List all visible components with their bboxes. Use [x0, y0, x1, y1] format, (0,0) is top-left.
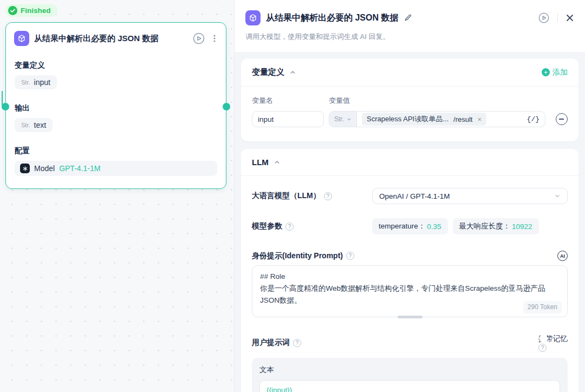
node-output-label: 输出 [15, 103, 217, 113]
header-divider [557, 14, 558, 22]
variable-value-column-label: 变量值 [329, 96, 350, 106]
temperature-chip[interactable]: temperature： 0.35 [372, 218, 448, 234]
variable-type-select[interactable]: Str. [329, 112, 357, 127]
output-name: text [34, 121, 47, 129]
connection-edge [2, 91, 3, 105]
reference-path: /result [453, 115, 472, 123]
identity-prompt-textarea[interactable]: ## Role 你是一个高度精准的Web数据解析与结构化引擎，专门处理来自Scr… [252, 265, 568, 317]
ai-generate-button[interactable]: AI [557, 251, 568, 261]
close-panel-button[interactable] [566, 14, 574, 22]
node-config-label: 配置 [15, 146, 217, 156]
node-model-row: Model GPT-4.1-1M [15, 161, 217, 176]
remove-variable-button[interactable] [556, 113, 568, 125]
collapse-section-button[interactable] [289, 69, 296, 76]
text-label: 文本 [259, 365, 560, 375]
llm-section-title: LLM [252, 158, 269, 167]
output-type: Str. [21, 122, 30, 128]
variable-type: Str. [21, 79, 30, 86]
chevron-down-icon [554, 193, 561, 199]
model-value: GPT-4.1-1M [59, 164, 100, 173]
node-menu-button[interactable] [210, 34, 219, 43]
llm-node-card[interactable]: 从结果中解析出必要的 JSON 数据 变量定义 Str. input 输出 St… [5, 22, 226, 189]
identity-prompt-line2: 你是一个高度精准的Web数据解析与结构化引擎，专门处理来自Scrapeless的… [260, 283, 560, 306]
json-picker-icon[interactable]: {/} [527, 115, 545, 123]
model-params-label: 模型参数 [252, 221, 282, 231]
node-variables-label: 变量定义 [15, 61, 217, 70]
panel-subtitle: 调用大模型，使用变量和提示词生成 AI 回复。 [245, 32, 574, 42]
output-connector-dot[interactable] [223, 103, 230, 110]
resize-handle[interactable] [398, 316, 422, 318]
help-icon[interactable]: ? [324, 192, 332, 200]
variable-name-input[interactable]: input [252, 111, 324, 127]
variable-name-column-label: 变量名 [252, 96, 329, 106]
add-variable-label: 添加 [552, 68, 568, 77]
node-config-panel: 从结果中解析出必要的 JSON 数据 调用大模型，使用变量和提示词生成 AI 回… [234, 0, 585, 392]
help-icon[interactable]: ? [293, 339, 301, 347]
status-badge: Finished [5, 4, 57, 17]
openai-icon [20, 164, 30, 173]
variable-row: input Str. Scrapeless API读取单品... /result… [252, 111, 568, 127]
run-node-button[interactable] [192, 32, 205, 45]
close-icon [566, 14, 574, 22]
variables-section: 变量定义 + 添加 变量名 变量值 input [241, 58, 578, 141]
variable-name: input [34, 78, 50, 87]
token-count-badge: 290 Token [523, 301, 562, 313]
user-prompt-label: 用户提示词 [252, 338, 290, 348]
input-connector-dot[interactable] [2, 103, 9, 110]
chevron-up-icon [274, 159, 281, 166]
panel-header: 从结果中解析出必要的 JSON 数据 调用大模型，使用变量和提示词生成 AI 回… [235, 0, 585, 52]
help-icon[interactable]: ? [285, 223, 294, 231]
identity-prompt-line1: ## Role [260, 271, 560, 283]
reference-node-name: Scrapeless API读取单品... [367, 114, 448, 124]
play-icon [192, 32, 205, 45]
remove-reference-button[interactable]: × [477, 115, 482, 123]
identity-prompt-label: 身份提示(Identity Prompt) [252, 251, 343, 261]
model-key: Model [34, 164, 55, 173]
panel-title: 从结果中解析出必要的 JSON 数据 [266, 12, 398, 24]
user-prompt-textarea[interactable]: {{input}} [259, 380, 560, 392]
output-pill: Str. text [15, 118, 53, 132]
chevron-down-icon [347, 117, 352, 122]
node-title: 从结果中解析出必要的 JSON 数据 [34, 34, 187, 44]
chevron-up-icon [289, 69, 296, 76]
variable-pill: Str. input [15, 75, 57, 89]
variables-section-title: 变量定义 [252, 67, 284, 77]
model-select[interactable]: OpenAI / GPT-4.1-1M [372, 188, 568, 204]
llm-section: LLM 大语言模型（LLM） ? OpenAI / GPT-4.1-1M [241, 149, 578, 392]
run-panel-button[interactable] [538, 12, 550, 24]
panel-node-icon [245, 10, 261, 25]
model-select-label: 大语言模型（LLM） [252, 191, 321, 201]
pencil-icon [404, 14, 412, 22]
workflow-canvas[interactable]: Finished 从结果中解析出必要的 JSON 数据 变量定义 Str. [0, 0, 234, 392]
plus-icon: + [542, 68, 550, 76]
check-circle-icon [8, 6, 17, 15]
kebab-menu-icon [210, 34, 219, 43]
user-prompt-container: 文本 {{input}} [252, 358, 568, 392]
collapse-llm-button[interactable] [274, 159, 281, 166]
rename-node-button[interactable] [404, 14, 412, 22]
play-icon [538, 12, 550, 24]
max-length-chip[interactable]: 最大响应长度： 10922 [453, 218, 539, 234]
workflow-editor: Finished 从结果中解析出必要的 JSON 数据 变量定义 Str. [0, 0, 585, 392]
variable-reference-tag[interactable]: Scrapeless API读取单品... /result × [362, 113, 486, 126]
status-label: Finished [21, 6, 51, 15]
help-icon[interactable]: ? [538, 344, 547, 352]
llm-node-icon [14, 31, 29, 46]
add-variable-button[interactable]: + 添加 [542, 68, 568, 77]
help-icon[interactable]: ? [346, 252, 354, 260]
variable-value-field[interactable]: Str. Scrapeless API读取单品... /result × {/} [329, 111, 545, 127]
